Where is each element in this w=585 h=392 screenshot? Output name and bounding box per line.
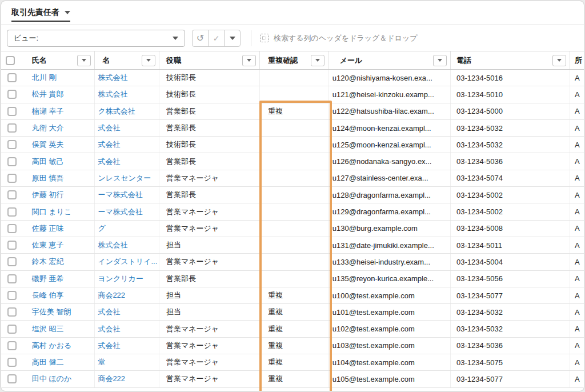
cell-name[interactable]: 高村 かおる — [23, 338, 95, 354]
filter-button-dup[interactable] — [311, 55, 324, 66]
cell-name[interactable]: 田中 ほのか — [23, 371, 95, 387]
cell-name[interactable]: 磯野 亜希 — [23, 271, 95, 287]
cell-name[interactable]: 塩沢 昭三 — [23, 321, 95, 337]
row-checkbox[interactable] — [7, 274, 17, 283]
cell-owner: A — [570, 70, 584, 86]
cell-company[interactable]: 式会社 — [95, 153, 159, 169]
select-all-checkbox[interactable] — [6, 56, 15, 65]
row-checkbox[interactable] — [7, 157, 17, 166]
cell-owner: A — [570, 321, 584, 337]
row-checkbox[interactable] — [7, 307, 17, 317]
column-header-email[interactable]: メール — [328, 51, 451, 69]
row-checkbox[interactable] — [7, 90, 17, 99]
cell-email: u102@test.example.com — [328, 321, 451, 337]
cell-name[interactable]: 高田 敏己 — [23, 153, 95, 169]
cell-name[interactable]: 長峰 伯享 — [23, 287, 95, 303]
cell-owner: A — [570, 287, 584, 303]
column-header-name[interactable]: 氏名 — [23, 51, 95, 69]
cell-company[interactable]: ヨンクリカー — [95, 271, 159, 287]
cell-phone: 03-1234-5077 — [451, 287, 570, 303]
column-header-phone[interactable]: 電話 — [451, 51, 570, 69]
row-checkbox[interactable] — [7, 325, 17, 334]
table-body: 北川 剛株式会社技術部長u120@nishiyama-kosen.exa...0… — [1, 70, 584, 388]
cell-name[interactable]: 原田 慎吾 — [23, 170, 95, 186]
cell-name[interactable]: 丸衛 大介 — [23, 120, 95, 136]
cell-company[interactable]: 株式会社 — [95, 86, 159, 102]
row-checkbox-cell — [1, 371, 23, 387]
row-checkbox[interactable] — [7, 140, 17, 149]
filter-button-name[interactable] — [77, 55, 91, 66]
table-row: 伊藤 初行ーマ株式会社営業部長u128@dragonfarma.exampl..… — [1, 187, 584, 203]
cell-name[interactable]: 高田 健二 — [23, 354, 95, 370]
cell-name[interactable]: 佐東 恵子 — [23, 237, 95, 253]
cell-dup — [260, 221, 328, 237]
undo-button[interactable]: ↺ — [192, 30, 209, 47]
cell-name[interactable]: 鈴木 宏紀 — [23, 254, 95, 270]
cell-company[interactable]: ーマ株式会社 — [95, 187, 159, 203]
cell-company[interactable]: 式会社 — [95, 338, 159, 354]
cell-company[interactable]: 商会222 — [95, 371, 159, 387]
chevron-down-icon[interactable] — [65, 11, 70, 14]
row-checkbox[interactable] — [7, 257, 17, 266]
row-checkbox-cell — [1, 221, 23, 237]
row-checkbox-cell — [1, 254, 23, 270]
cell-phone: 03-1234-5010 — [451, 86, 570, 102]
cell-company[interactable]: 式会社 — [95, 120, 159, 136]
row-checkbox[interactable] — [7, 107, 17, 116]
cell-email: u131@date-jimukiki.example... — [328, 237, 451, 253]
filter-button-title[interactable] — [242, 55, 256, 66]
cell-company[interactable]: 商会222 — [95, 287, 159, 303]
apply-button[interactable]: ✓ — [208, 30, 225, 47]
row-checkbox[interactable] — [7, 174, 17, 183]
filter-button-phone[interactable] — [552, 55, 566, 66]
row-checkbox[interactable] — [7, 341, 17, 350]
column-header-company[interactable]: 名 — [95, 51, 159, 69]
cell-name[interactable]: 俣賀 英夫 — [23, 137, 95, 153]
row-checkbox[interactable] — [7, 123, 17, 133]
cell-company[interactable]: ク株式会社 — [95, 103, 159, 119]
cell-name[interactable]: 松井 貴郎 — [23, 86, 95, 102]
cell-company[interactable]: 株式会社 — [95, 70, 159, 86]
row-checkbox-cell — [1, 321, 23, 337]
cell-name[interactable]: 宇佐美 智朗 — [23, 304, 95, 320]
column-header-owner[interactable]: 所 — [570, 51, 584, 69]
cell-email: u103@test.example.com — [328, 338, 451, 354]
cell-company[interactable]: 式会社 — [95, 321, 159, 337]
cell-company[interactable]: ーマ株式会社 — [95, 203, 159, 219]
more-options-button[interactable] — [224, 30, 241, 47]
column-header-title[interactable]: 役職 — [159, 51, 260, 69]
row-checkbox[interactable] — [7, 224, 17, 233]
cell-company[interactable]: ンレスセンター — [95, 170, 159, 186]
cell-phone: 03-1234-5074 — [451, 170, 570, 186]
row-checkbox[interactable] — [7, 291, 17, 300]
row-checkbox[interactable] — [7, 358, 17, 367]
table-row: 北川 剛株式会社技術部長u120@nishiyama-kosen.exa...0… — [1, 70, 584, 86]
cell-email: u121@heisei-kinzoku.examp... — [328, 86, 451, 102]
cell-dup — [260, 237, 328, 253]
cell-phone: 03-1234-5032 — [451, 321, 570, 337]
view-select[interactable]: ビュー: — [7, 30, 185, 47]
cell-name[interactable]: 佐藤 正味 — [23, 221, 95, 237]
cell-phone: 03-1234-5032 — [451, 304, 570, 320]
cell-name[interactable]: 関口 まりこ — [23, 203, 95, 219]
tab-account-contacts[interactable]: 取引先責任者 — [11, 7, 70, 22]
cell-company[interactable]: 式会社 — [95, 304, 159, 320]
filter-button-company[interactable] — [142, 55, 155, 66]
filter-button-email[interactable] — [433, 55, 447, 66]
cell-company[interactable]: 堂 — [95, 354, 159, 370]
cell-name[interactable]: 楠瀬 幸子 — [23, 103, 95, 119]
chevron-down-icon — [230, 37, 235, 40]
column-header-dup[interactable]: 重複確認 — [260, 51, 328, 69]
row-checkbox[interactable] — [7, 73, 17, 82]
cell-name[interactable]: 北川 剛 — [23, 70, 95, 86]
cell-company[interactable]: 式会社 — [95, 137, 159, 153]
row-checkbox[interactable] — [7, 374, 17, 383]
cell-company[interactable]: インダストリイ... — [95, 254, 159, 270]
row-checkbox[interactable] — [7, 207, 17, 217]
row-checkbox[interactable] — [7, 241, 17, 250]
row-checkbox[interactable] — [7, 190, 17, 199]
cell-company[interactable]: 株式会社 — [95, 237, 159, 253]
cell-name[interactable]: 伊藤 初行 — [23, 187, 95, 203]
cell-dup: 重複 — [260, 304, 328, 320]
cell-company[interactable]: グ — [95, 221, 159, 237]
